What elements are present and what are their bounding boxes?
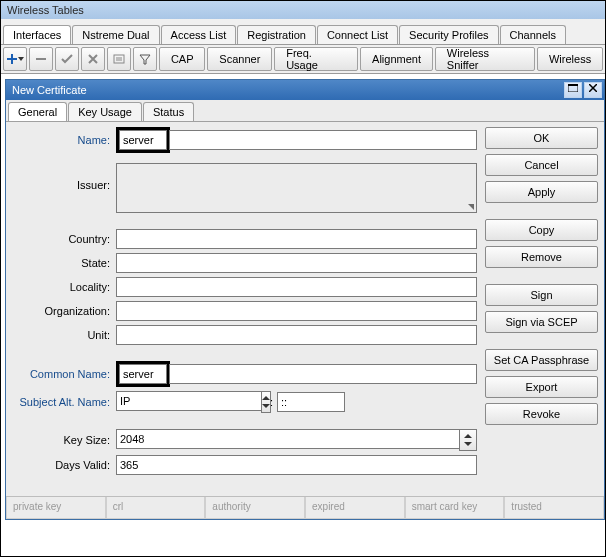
san-separator: : [266,396,277,408]
row-key-size: Key Size: [10,429,477,451]
status-authority: authority [205,497,305,519]
remove-cert-button[interactable]: Remove [485,246,598,268]
name-field[interactable] [119,130,167,150]
plus-icon [6,53,18,65]
row-days-valid: Days Valid: [10,455,477,475]
add-button[interactable] [3,47,27,71]
svg-rect-1 [7,58,17,60]
button-column: OK Cancel Apply Copy Remove Sign Sign vi… [485,127,598,479]
label-state: State: [10,257,116,269]
status-crl: crl [106,497,206,519]
label-unit: Unit: [10,329,116,341]
common-name-field-ext[interactable] [169,364,477,384]
copy-button[interactable]: Copy [485,219,598,241]
label-organization: Organization: [10,305,116,317]
filter-button[interactable] [133,47,157,71]
label-issuer: Issuer: [10,163,116,191]
tab-connect-list[interactable]: Connect List [317,25,398,44]
key-size-field[interactable] [116,429,459,449]
form-column: Name: Issuer: Country: [10,127,477,479]
dialog-statusbar: private key crl authority expired smart … [6,496,604,519]
tab-status[interactable]: Status [143,102,194,121]
tab-nstreme-dual[interactable]: Nstreme Dual [72,25,159,44]
scanner-button[interactable]: Scanner [207,47,272,71]
funnel-icon [139,53,151,65]
status-smart-card-key: smart card key [405,497,505,519]
row-san: Subject Alt. Name: : [10,391,477,413]
dialog-titlebar[interactable]: New Certificate [6,80,604,100]
row-common-name: Common Name: [10,361,477,387]
enable-button[interactable] [55,47,79,71]
status-private-key: private key [6,497,106,519]
new-certificate-dialog: New Certificate General Key Usage Status… [5,79,605,520]
sign-button[interactable]: Sign [485,284,598,306]
row-unit: Unit: [10,325,477,345]
unit-field[interactable] [116,325,477,345]
dialog-title: New Certificate [12,84,562,96]
chevron-down-icon [18,56,24,62]
disable-button[interactable] [81,47,105,71]
revoke-button[interactable]: Revoke [485,403,598,425]
label-days-valid: Days Valid: [10,459,116,471]
x-icon [87,53,99,65]
label-san: Subject Alt. Name: [10,396,116,408]
resize-grip-icon [468,204,474,210]
row-issuer: Issuer: [10,163,477,213]
alignment-button[interactable]: Alignment [360,47,433,71]
outer-window-title: Wireless Tables [1,1,605,19]
remove-button[interactable] [29,47,53,71]
comment-button[interactable] [107,47,131,71]
sign-via-scep-button[interactable]: Sign via SCEP [485,311,598,333]
tab-channels[interactable]: Channels [500,25,566,44]
row-name: Name: [10,127,477,153]
set-ca-passphrase-button[interactable]: Set CA Passphrase [485,349,598,371]
common-name-field[interactable] [119,364,167,384]
minimize-button[interactable] [564,82,582,98]
label-key-size: Key Size: [10,434,116,446]
highlight-name [116,127,170,153]
close-icon [589,84,597,92]
dialog-body: Name: Issuer: Country: [6,122,604,485]
cap-button[interactable]: CAP [159,47,205,71]
tab-access-list[interactable]: Access List [161,25,237,44]
row-country: Country: [10,229,477,249]
status-trusted: trusted [504,497,604,519]
close-button[interactable] [584,82,602,98]
issuer-field[interactable] [116,163,477,213]
key-size-dropdown[interactable] [459,429,477,451]
export-button[interactable]: Export [485,376,598,398]
country-field[interactable] [116,229,477,249]
ok-button[interactable]: OK [485,127,598,149]
tab-registration[interactable]: Registration [237,25,316,44]
svg-rect-3 [114,55,124,63]
minus-icon [35,53,47,65]
tab-general[interactable]: General [8,102,67,121]
freq-usage-button[interactable]: Freq. Usage [274,47,358,71]
updown-icon [464,434,472,446]
san-value-field[interactable] [277,392,345,412]
tab-key-usage[interactable]: Key Usage [68,102,142,121]
organization-field[interactable] [116,301,477,321]
key-size-combo[interactable] [116,429,477,451]
cancel-button[interactable]: Cancel [485,154,598,176]
state-field[interactable] [116,253,477,273]
label-common-name: Common Name: [10,368,116,380]
toolbar: CAP Scanner Freq. Usage Alignment Wirele… [1,45,605,74]
san-type-field[interactable] [116,391,261,411]
locality-field[interactable] [116,277,477,297]
tab-interfaces[interactable]: Interfaces [3,25,71,44]
window-icon [568,84,578,92]
tab-security-profiles[interactable]: Security Profiles [399,25,498,44]
name-field-ext[interactable] [169,130,477,150]
wireless-sniffer-button[interactable]: Wireless Sniffer [435,47,535,71]
row-locality: Locality: [10,277,477,297]
apply-button[interactable]: Apply [485,181,598,203]
label-locality: Locality: [10,281,116,293]
row-state: State: [10,253,477,273]
wireless-button[interactable]: Wireless [537,47,603,71]
status-expired: expired [305,497,405,519]
days-valid-field[interactable] [116,455,477,475]
san-type-combo[interactable] [116,391,266,413]
label-country: Country: [10,233,116,245]
check-icon [61,53,73,65]
